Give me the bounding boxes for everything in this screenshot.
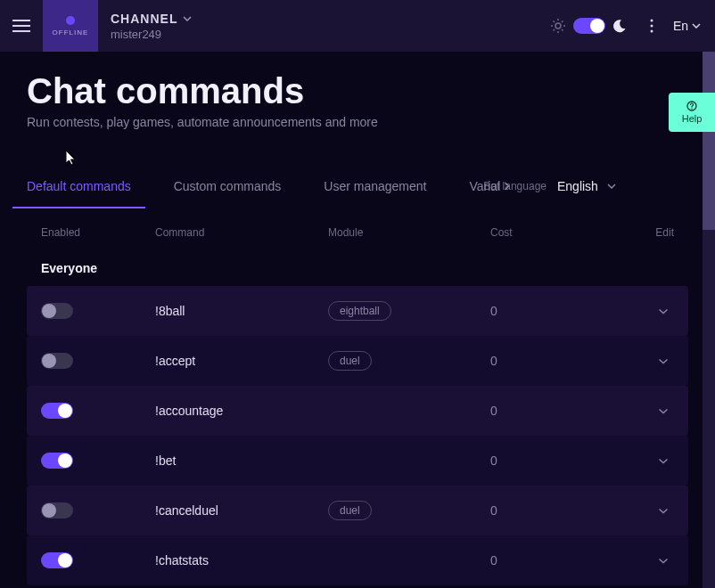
chevron-down-icon xyxy=(658,408,669,414)
enabled-toggle[interactable] xyxy=(41,303,73,319)
table-row: !cancelduelduel0 xyxy=(27,486,688,535)
sun-icon xyxy=(550,18,566,34)
enabled-toggle[interactable] xyxy=(41,453,73,469)
help-button[interactable]: Help xyxy=(669,93,715,132)
table-row: !8balleightball0 xyxy=(27,286,688,336)
tab-custom-commands[interactable]: Custom commands xyxy=(174,165,282,208)
page-subtitle: Run contests, play games, automate annou… xyxy=(27,115,688,129)
svg-point-13 xyxy=(691,108,692,109)
chevron-down-icon xyxy=(658,308,669,314)
hamburger-icon xyxy=(12,20,30,32)
help-icon xyxy=(686,101,697,111)
kebab-icon xyxy=(650,19,653,33)
svg-point-9 xyxy=(650,20,653,22)
expand-row-button[interactable] xyxy=(653,450,674,471)
cost-value: 0 xyxy=(490,453,497,468)
permission-group-label: Everyone xyxy=(27,252,688,286)
tab-default-commands[interactable]: Default commands xyxy=(27,165,131,208)
cost-value: 0 xyxy=(490,354,497,368)
chevron-down-icon xyxy=(658,508,669,514)
enabled-toggle[interactable] xyxy=(41,502,73,519)
col-header-edit: Edit xyxy=(624,226,674,239)
command-name: !chatstats xyxy=(155,553,209,568)
svg-line-6 xyxy=(562,29,563,31)
chevron-down-icon xyxy=(658,358,669,364)
enabled-toggle[interactable] xyxy=(41,552,73,568)
expand-row-button[interactable] xyxy=(653,300,674,322)
channel-label: CHANNEL xyxy=(111,12,177,26)
module-pill: duel xyxy=(328,351,372,371)
language-dropdown[interactable]: En xyxy=(673,19,701,33)
channel-badge[interactable]: OFFLINE xyxy=(43,0,98,52)
tabs: Default commands Custom commands User ma… xyxy=(27,165,688,208)
channel-dropdown[interactable]: CHANNEL xyxy=(111,12,192,26)
chevron-right-icon xyxy=(504,182,510,191)
bot-language-value: English xyxy=(557,179,598,193)
col-header-module: Module xyxy=(328,226,490,239)
hamburger-menu-button[interactable] xyxy=(0,0,43,52)
channel-status: OFFLINE xyxy=(53,29,89,37)
col-header-command: Command xyxy=(155,226,328,239)
expand-row-button[interactable] xyxy=(653,500,674,521)
expand-row-button[interactable] xyxy=(653,550,674,571)
cost-value: 0 xyxy=(490,304,497,318)
command-name: !bet xyxy=(155,453,176,468)
command-name: !8ball xyxy=(155,304,185,318)
col-header-cost: Cost xyxy=(490,226,624,239)
col-header-enabled: Enabled xyxy=(41,226,155,239)
expand-row-button[interactable] xyxy=(653,350,674,372)
table-body: !8balleightball0!acceptduel0!accountage0… xyxy=(27,286,688,585)
expand-row-button[interactable] xyxy=(653,400,674,421)
status-dot-icon xyxy=(66,16,75,25)
enabled-toggle[interactable] xyxy=(41,353,73,369)
table-row: !bet0 xyxy=(27,436,688,486)
module-pill: eightball xyxy=(328,301,391,321)
chevron-down-icon xyxy=(658,458,669,464)
page-title: Chat commands xyxy=(27,71,688,111)
cost-value: 0 xyxy=(490,553,497,568)
more-menu-button[interactable] xyxy=(637,19,666,33)
cost-value: 0 xyxy=(490,404,497,418)
svg-point-0 xyxy=(555,23,561,29)
tab-variables-label: Varial xyxy=(469,179,500,193)
enabled-toggle[interactable] xyxy=(41,403,73,419)
svg-line-5 xyxy=(553,21,555,23)
chevron-down-icon xyxy=(658,558,669,564)
commands-table: Enabled Command Module Cost Edit Everyon… xyxy=(27,213,688,585)
tab-user-management[interactable]: User management xyxy=(324,165,426,208)
svg-point-10 xyxy=(650,25,653,28)
module-pill: duel xyxy=(328,501,372,520)
moon-icon xyxy=(612,19,627,33)
theme-toggle[interactable] xyxy=(573,18,605,34)
table-row: !accountage0 xyxy=(27,386,688,436)
chevron-down-icon xyxy=(692,23,701,29)
theme-switcher xyxy=(550,18,627,34)
app-header: OFFLINE CHANNEL mister249 En xyxy=(0,0,715,52)
svg-point-11 xyxy=(650,30,653,33)
bot-language-select[interactable]: English xyxy=(557,179,616,193)
language-label: En xyxy=(673,19,688,33)
scrollbar-thumb[interactable] xyxy=(703,52,715,230)
help-label: Help xyxy=(682,113,703,124)
chevron-down-icon xyxy=(183,16,192,21)
command-name: !accept xyxy=(155,354,195,368)
table-row: !chatstats0 xyxy=(27,535,688,585)
svg-line-7 xyxy=(553,29,555,31)
command-name: !cancelduel xyxy=(155,503,218,518)
command-name: !accountage xyxy=(155,404,223,418)
table-row: !acceptduel0 xyxy=(27,336,688,386)
main-content: Chat commands Run contests, play games, … xyxy=(0,52,715,588)
cost-value: 0 xyxy=(490,503,497,518)
tab-variables[interactable]: Varial xyxy=(469,165,510,208)
table-header-row: Enabled Command Module Cost Edit xyxy=(27,213,688,252)
channel-username: mister249 xyxy=(111,28,192,41)
svg-line-8 xyxy=(562,21,563,23)
chevron-down-icon xyxy=(607,184,616,189)
channel-info: CHANNEL mister249 xyxy=(111,12,192,41)
